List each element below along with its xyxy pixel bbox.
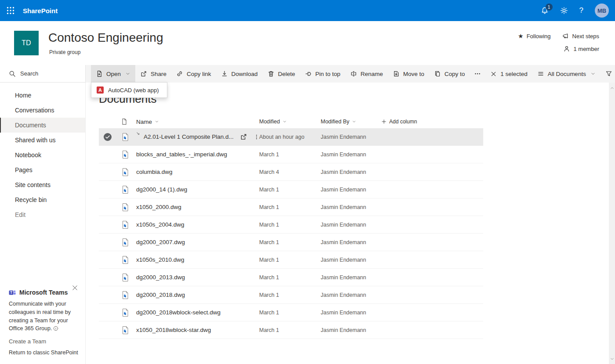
documents-table: Name Modified Modified By Add column: [99, 115, 483, 339]
file-name[interactable]: columbia.dwg: [136, 169, 173, 175]
site-logo[interactable]: TD: [14, 31, 39, 55]
view-selector-button[interactable]: All Documents: [532, 65, 601, 83]
table-row[interactable]: columbia.dwg March 4 Jasmin Endemann: [99, 163, 483, 181]
close-promo-button[interactable]: [72, 285, 78, 291]
search-icon: [9, 70, 16, 77]
members-label: 1 member: [573, 46, 599, 52]
next-steps-button[interactable]: Next steps: [562, 32, 599, 40]
move-to-button[interactable]: Move to: [388, 65, 429, 83]
copy-link-button[interactable]: Copy link: [171, 65, 216, 83]
modified-cell: March 1: [259, 274, 321, 281]
file-name[interactable]: dg2000_2013.dwg: [136, 274, 185, 281]
sidebar-item-label: Shared with us: [15, 137, 56, 144]
open-file-icon: [96, 70, 103, 77]
site-header: TD Contoso Engineering Private group ★ F…: [0, 21, 615, 65]
menu-item-autocad-web-app[interactable]: A AutoCAD (web app): [91, 83, 167, 97]
suite-app-name[interactable]: SharePoint: [23, 7, 58, 14]
table-row[interactable]: dg2000_2007.dwg March 1 Jasmin Endemann: [99, 234, 483, 251]
open-label: Open: [106, 71, 121, 77]
selected-check-icon[interactable]: [103, 133, 112, 141]
more-actions-icon[interactable]: [253, 133, 260, 141]
sidebar-item-documents[interactable]: Documents: [0, 118, 85, 133]
filter-button[interactable]: [601, 65, 615, 83]
delete-button[interactable]: Delete: [263, 65, 300, 83]
sidebar-item-shared-with-us[interactable]: Shared with us: [0, 133, 85, 148]
file-name[interactable]: x1050s_2010.dwg: [136, 256, 184, 263]
plus-icon: [381, 119, 387, 124]
following-button[interactable]: ★ Following: [518, 33, 550, 40]
chevron-down-icon: [125, 71, 130, 76]
rename-button[interactable]: Rename: [345, 65, 388, 83]
file-name[interactable]: blocks_and_tables_-_imperial.dwg: [136, 151, 227, 158]
modified-by-cell: Jasmin Endemann: [321, 327, 381, 333]
add-column-button[interactable]: Add column: [381, 119, 483, 125]
clear-x-icon: [490, 71, 497, 77]
pin-to-top-button[interactable]: Pin to top: [300, 65, 345, 83]
table-row[interactable]: A2.01-Level 1 Composite Plan.d... About …: [99, 128, 483, 146]
file-name[interactable]: A2.01-Level 1 Composite Plan.d...: [144, 133, 234, 140]
open-button[interactable]: Open: [91, 65, 135, 83]
sidebar-item-notebook[interactable]: Notebook: [0, 148, 85, 162]
table-row[interactable]: dg2000_2013.dwg March 1 Jasmin Endemann: [99, 269, 483, 286]
sidebar-item-site-contents[interactable]: Site contents: [0, 177, 85, 192]
site-nav: Home Conversations Documents Shared with…: [0, 83, 85, 222]
file-name[interactable]: dg2000_2018.dwg: [136, 292, 185, 298]
dwg-file-icon: [119, 238, 136, 247]
file-name[interactable]: x1050_2018wblock-star.dwg: [136, 327, 211, 333]
table-row[interactable]: dg2000_2018.dwg March 1 Jasmin Endemann: [99, 286, 483, 304]
table-row[interactable]: x1050s_2010.dwg March 1 Jasmin Endemann: [99, 251, 483, 269]
clear-selection-button[interactable]: 1 selected: [485, 65, 532, 83]
chevron-down-icon: [590, 71, 596, 76]
share-icon[interactable]: [240, 133, 247, 141]
modified-cell: About an hour ago: [259, 134, 321, 140]
more-commands-button[interactable]: [470, 65, 485, 83]
move-to-label: Move to: [403, 71, 424, 77]
sidebar-item-edit[interactable]: Edit: [0, 207, 85, 222]
command-bar: Open Share Copy link Download Delete Pin…: [86, 65, 615, 83]
info-icon[interactable]: [53, 326, 58, 331]
settings-button[interactable]: [560, 7, 568, 14]
modified-cell: March 4: [259, 169, 321, 175]
copy-to-button[interactable]: Copy to: [429, 65, 470, 83]
vertical-scrollbar[interactable]: [609, 83, 615, 364]
table-row[interactable]: x1050s_2004.dwg March 1 Jasmin Endemann: [99, 216, 483, 234]
file-name[interactable]: dg2000_14 (1).dwg: [136, 186, 187, 193]
download-button[interactable]: Download: [216, 65, 263, 83]
file-name[interactable]: dg2000_2018wblock-select.dwg: [136, 309, 221, 316]
app-launcher-waffle-icon[interactable]: [0, 0, 21, 21]
modified-by-cell: Jasmin Endemann: [321, 134, 381, 140]
scroll-up-arrow[interactable]: [609, 84, 615, 91]
sidebar-item-home[interactable]: Home: [0, 88, 85, 103]
account-avatar[interactable]: MB: [595, 4, 609, 18]
share-button[interactable]: Share: [135, 65, 171, 83]
table-row[interactable]: dg2000_2018wblock-select.dwg March 1 Jas…: [99, 304, 483, 321]
help-button[interactable]: ?: [579, 6, 583, 15]
table-row[interactable]: dg2000_14 (1).dwg March 1 Jasmin Endeman…: [99, 181, 483, 198]
sidebar: Home Conversations Documents Shared with…: [0, 83, 86, 364]
dwg-file-icon: [119, 326, 136, 335]
file-name[interactable]: x1050s_2004.dwg: [136, 221, 184, 228]
search-input[interactable]: [20, 70, 77, 77]
scroll-down-arrow[interactable]: [609, 355, 615, 362]
sidebar-item-conversations[interactable]: Conversations: [0, 103, 85, 118]
column-header-modified-by[interactable]: Modified By: [321, 119, 381, 125]
ellipsis-icon: [474, 70, 481, 77]
main-content: A AutoCAD (web app) Documents Name Modif…: [86, 83, 615, 364]
modified-cell: March 1: [259, 222, 321, 228]
modified-by-cell: Jasmin Endemann: [321, 187, 381, 193]
classic-sharepoint-link[interactable]: Return to classic SharePoint: [9, 350, 78, 356]
notifications-button[interactable]: 1: [541, 7, 549, 14]
view-list-icon: [537, 70, 544, 77]
file-name[interactable]: dg2000_2007.dwg: [136, 239, 185, 245]
table-row[interactable]: blocks_and_tables_-_imperial.dwg March 1…: [99, 146, 483, 163]
column-header-name[interactable]: Name: [136, 119, 159, 125]
sidebar-item-recycle-bin[interactable]: Recycle bin: [0, 192, 85, 207]
megaphone-icon: [562, 32, 569, 40]
create-team-link[interactable]: Create a Team: [9, 338, 80, 345]
members-button[interactable]: 1 member: [563, 45, 599, 52]
table-row[interactable]: x1050_2000.dwg March 1 Jasmin Endemann: [99, 198, 483, 216]
table-row[interactable]: x1050_2018wblock-star.dwg March 1 Jasmin…: [99, 321, 483, 339]
file-name[interactable]: x1050_2000.dwg: [136, 204, 181, 210]
sidebar-item-pages[interactable]: Pages: [0, 162, 85, 177]
column-header-modified[interactable]: Modified: [259, 119, 321, 125]
